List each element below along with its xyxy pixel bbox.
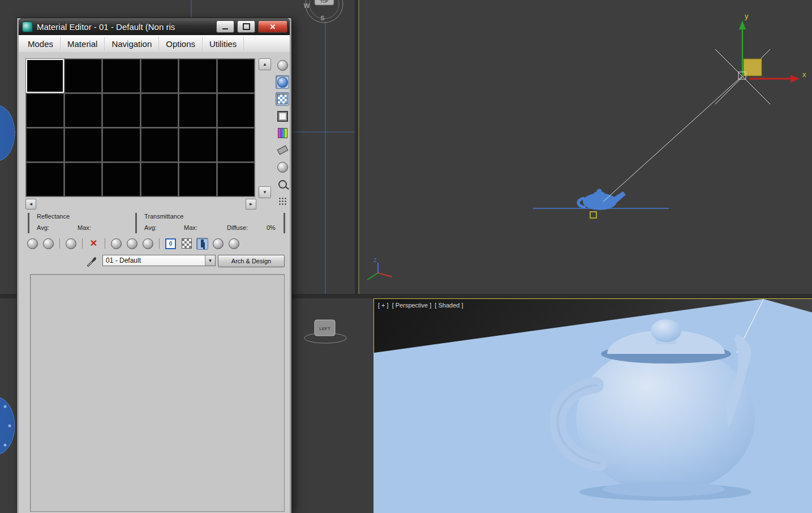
sample-slot[interactable]	[65, 93, 102, 127]
sample-slot[interactable]	[217, 93, 255, 127]
x-axis-arrow[interactable]	[790, 75, 800, 83]
sample-slot[interactable]	[26, 128, 64, 162]
viewcube-top-label[interactable]: TOP	[320, 0, 329, 3]
gizmo-plane-handle[interactable]	[744, 59, 762, 76]
teapot-wireframe[interactable]	[578, 189, 626, 211]
pivot-marker[interactable]	[590, 212, 596, 218]
toolbar-separator	[105, 238, 105, 249]
stats-divider	[283, 213, 285, 233]
menu-utilities[interactable]: Utilities	[203, 37, 244, 51]
go-to-parent-icon[interactable]	[212, 238, 224, 250]
y-axis-arrow[interactable]	[739, 20, 746, 29]
sample-slot-grid	[25, 58, 255, 197]
material-name-dropdown[interactable]: 01 - Default ▼	[102, 255, 216, 266]
assign-material-to-selection-icon[interactable]	[65, 238, 77, 250]
material-name-value: 01 - Default	[103, 256, 205, 264]
slots-scroll-left-button[interactable]: ◄	[25, 199, 36, 210]
sample-slot[interactable]	[102, 93, 140, 127]
menu-navigation[interactable]: Navigation	[105, 37, 159, 51]
sample-slot[interactable]	[141, 59, 179, 93]
make-material-copy-icon[interactable]	[110, 238, 122, 250]
transform-gizmo[interactable]: y x	[738, 12, 806, 83]
sample-slot[interactable]	[102, 59, 140, 93]
compass-south-label[interactable]: S	[320, 15, 324, 22]
background-icon[interactable]	[276, 92, 289, 106]
reflectance-avg-label: Avg:	[37, 224, 49, 231]
make-unique-icon[interactable]	[126, 238, 138, 250]
sample-slot[interactable]	[26, 93, 64, 127]
viewport-top[interactable]: y x z	[358, 0, 812, 294]
put-material-to-scene-icon[interactable]	[42, 238, 54, 250]
sample-slot[interactable]	[217, 59, 255, 93]
left-viewport-gizmo[interactable]: LEFT	[304, 320, 346, 343]
dropdown-arrow-icon[interactable]: ▼	[205, 255, 215, 266]
sample-slot[interactable]	[141, 93, 179, 127]
sample-slot[interactable]	[179, 163, 217, 196]
sample-slot[interactable]	[102, 128, 140, 162]
material-map-navigator-icon[interactable]	[276, 194, 289, 208]
maximize-button[interactable]	[237, 20, 255, 33]
show-map-in-viewport-icon[interactable]	[181, 238, 192, 250]
minimize-button[interactable]	[216, 20, 234, 33]
slots-scroll-up-button[interactable]: ▲	[259, 58, 271, 70]
go-forward-to-sibling-icon[interactable]	[228, 238, 240, 250]
eyedropper-glyph	[85, 255, 98, 267]
sample-slot[interactable]	[65, 163, 102, 196]
sample-uv-tiling-icon[interactable]	[276, 109, 289, 123]
checker-glyph	[277, 94, 287, 104]
put-to-library-icon[interactable]	[142, 238, 154, 250]
window-controls: ✕	[216, 20, 287, 33]
sample-slot[interactable]	[217, 128, 255, 162]
sample-slot[interactable]	[102, 163, 140, 196]
menu-modes[interactable]: Modes	[21, 37, 61, 51]
make-preview-icon[interactable]	[276, 143, 289, 157]
sphere-glyph	[229, 238, 239, 249]
sample-slot[interactable]	[65, 59, 102, 93]
material-editor-window: Material Editor - 01 - Default (Non ris …	[17, 18, 291, 513]
transmittance-avg-label: Avg:	[144, 224, 157, 231]
compass-west-label[interactable]: W	[304, 2, 310, 9]
reset-map-icon[interactable]: ✕	[88, 238, 100, 250]
sample-slot[interactable]	[26, 163, 64, 196]
light-target-line	[603, 76, 742, 202]
sample-slot[interactable]	[26, 59, 64, 93]
sample-slot[interactable]	[141, 128, 179, 162]
menu-options[interactable]: Options	[159, 37, 203, 51]
material-id-channel-icon[interactable]: 0	[165, 238, 177, 250]
menubar: Modes Material Navigation Options Utilit…	[19, 35, 290, 53]
titlebar[interactable]: Material Editor - 01 - Default (Non ris …	[19, 18, 290, 35]
show-end-result-icon[interactable]	[196, 238, 208, 250]
menu-material[interactable]: Material	[61, 37, 105, 51]
maximize-icon	[243, 23, 250, 30]
material-toolbar: ✕ 0	[27, 237, 240, 250]
sample-type-icon[interactable]	[276, 58, 289, 72]
viewport-menu-pov[interactable]: [ Perspective ]	[392, 302, 432, 309]
sample-slot[interactable]	[141, 163, 179, 196]
viewport-perspective[interactable]: [ + ] [ Perspective ] [ Shaded ]	[373, 298, 812, 513]
sphere-glyph	[143, 238, 153, 249]
sample-slot[interactable]	[179, 128, 217, 162]
sample-slot[interactable]	[179, 93, 217, 127]
slots-scroll-right-button[interactable]: ►	[246, 199, 256, 210]
viewcube-compass[interactable]: TOP W S	[304, 0, 343, 23]
get-material-icon[interactable]	[27, 238, 38, 250]
slots-scroll-down-button[interactable]: ▼	[259, 186, 271, 198]
sample-tools-column	[274, 58, 290, 208]
rollout-panel	[30, 274, 285, 512]
pick-material-eyedropper-icon[interactable]	[85, 255, 98, 267]
material-type-button[interactable]: Arch & Design	[218, 255, 285, 267]
sample-slot[interactable]	[65, 128, 102, 162]
sample-slot[interactable]	[217, 163, 255, 196]
backlight-icon[interactable]	[276, 75, 289, 89]
close-button[interactable]: ✕	[258, 20, 287, 33]
z-axis-label: z	[373, 256, 377, 264]
wireframe-arc	[0, 397, 15, 455]
video-color-check-icon[interactable]	[276, 126, 289, 140]
sphere-glyph	[66, 238, 76, 249]
options-icon[interactable]	[276, 160, 289, 174]
sample-slot[interactable]	[179, 59, 217, 93]
viewport-menu-general[interactable]: [ + ]	[378, 302, 389, 309]
viewport-menu-shading[interactable]: [ Shaded ]	[435, 302, 463, 309]
desktop: TOP W S LEFT	[0, 0, 812, 513]
select-by-material-icon[interactable]	[276, 177, 289, 191]
